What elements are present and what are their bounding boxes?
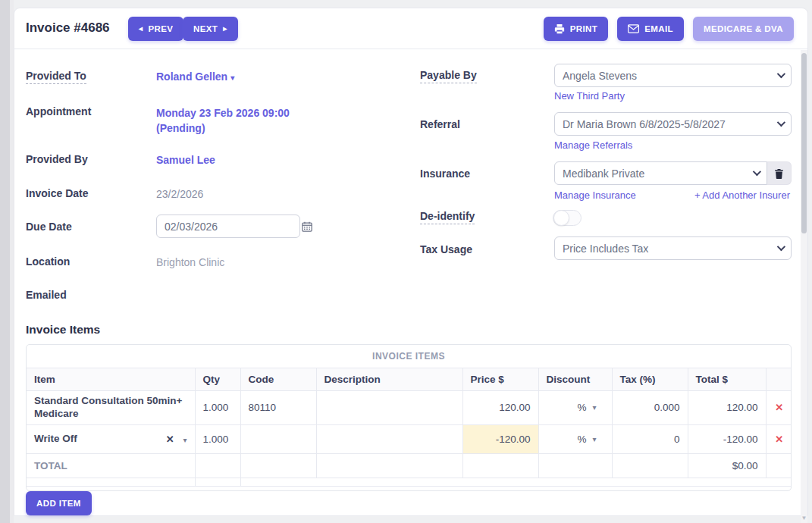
price-cell-editing[interactable]: -120.00	[462, 424, 538, 453]
next-invoice-button[interactable]: NEXT ▸	[183, 17, 238, 41]
referral-label: Referral	[420, 118, 460, 130]
col-actions	[766, 368, 792, 391]
prev-button-label: PREV	[148, 24, 173, 33]
insurance-select[interactable]: Medibank Private	[554, 161, 767, 185]
caret-down-icon: ▾	[592, 435, 596, 443]
scrollbar-thumb[interactable]	[801, 53, 807, 233]
col-discount: Discount	[538, 368, 612, 391]
invoice-card: Invoice #4686 ◂ PREV NEXT ▸ PRINT EMAIL	[14, 8, 808, 516]
total-cell: 120.00	[688, 391, 766, 425]
delete-row-button[interactable]: ✕	[766, 391, 792, 425]
insurance-group: Medibank Private	[554, 161, 792, 185]
appointment-label: Appointment	[26, 105, 91, 117]
invoice-items-panel: INVOICE ITEMS Item Qty Code Description …	[26, 344, 792, 491]
medicare-dva-button[interactable]: MEDICARE & DVA	[693, 17, 794, 41]
col-total: Total $	[688, 368, 766, 391]
tax-usage-label: Tax Usage	[420, 243, 472, 255]
due-date-input[interactable]	[165, 221, 302, 233]
table-stub-row	[27, 478, 792, 486]
caret-down-icon: ▾	[183, 436, 187, 444]
col-tax: Tax (%)	[612, 368, 688, 391]
remove-insurance-button[interactable]	[767, 161, 792, 185]
scrollbar-down-arrow-icon[interactable]: ▼	[801, 515, 807, 521]
manage-referrals-link[interactable]: Manage Referrals	[554, 139, 632, 151]
page-title: Invoice #4686	[26, 20, 110, 36]
tax-cell[interactable]: 0	[612, 424, 688, 453]
prev-arrow-icon: ◂	[139, 25, 143, 33]
next-arrow-icon: ▸	[223, 25, 227, 33]
de-identify-label: De-identify	[420, 210, 475, 222]
chevron-down-icon	[777, 70, 785, 78]
price-cell[interactable]: 120.00	[462, 391, 538, 425]
chevron-down-icon	[753, 168, 761, 176]
add-item-button[interactable]: ADD ITEM	[26, 491, 92, 515]
vertical-scrollbar[interactable]: ▼	[801, 50, 807, 523]
referral-select[interactable]: Dr Maria Brown 6/8/2025-5/8/2027	[554, 112, 792, 136]
discount-unit-select[interactable]: % ▾	[547, 434, 604, 445]
de-identify-toggle[interactable]	[553, 210, 582, 226]
invoice-items-section-title: Invoice Items	[26, 323, 100, 337]
add-another-insurer-link[interactable]: + Add Another Insurer	[694, 189, 790, 201]
delete-row-button[interactable]: ✕	[766, 424, 792, 453]
discount-unit-select[interactable]: % ▾	[547, 402, 604, 413]
location-label: Location	[26, 255, 70, 268]
chevron-down-icon	[777, 243, 785, 251]
invoice-items-panel-title: INVOICE ITEMS	[27, 345, 791, 368]
appointment-link[interactable]: Monday 23 Feb 2026 09:00 (Pending)	[156, 106, 290, 136]
calendar-icon[interactable]	[302, 221, 312, 232]
manage-insurance-link[interactable]: Manage Insurance	[554, 189, 636, 201]
due-date-field[interactable]	[156, 215, 300, 238]
printer-icon	[554, 23, 565, 34]
table-header-row: Item Qty Code Description Price $ Discou…	[27, 368, 792, 391]
print-button[interactable]: PRINT	[544, 17, 609, 41]
tax-usage-select[interactable]: Price Includes Tax	[554, 236, 792, 260]
total-row: TOTAL $0.00	[27, 453, 792, 478]
invoice-item-row: Write Off ✕ ▾ 1.000 -120.00 % ▾	[27, 424, 792, 453]
email-button-label: EMAIL	[644, 24, 673, 33]
code-cell[interactable]: 80110	[240, 391, 316, 425]
col-code: Code	[240, 368, 316, 391]
email-button[interactable]: EMAIL	[617, 17, 684, 41]
provided-to-label: Provided To	[26, 70, 86, 82]
payable-by-select[interactable]: Angela Stevens	[554, 64, 792, 87]
item-name-cell[interactable]: Standard Consultation 50min+ Medicare	[34, 395, 187, 421]
next-button-label: NEXT	[193, 24, 218, 33]
window-left-edge	[0, 0, 10, 523]
add-item-button-label: ADD ITEM	[36, 499, 81, 508]
medicare-dva-button-label: MEDICARE & DVA	[704, 24, 783, 33]
col-qty: Qty	[195, 368, 240, 391]
due-date-label: Due Date	[26, 221, 72, 233]
col-item: Item	[27, 368, 195, 391]
chevron-down-icon	[777, 118, 785, 127]
total-row-label: TOTAL	[27, 453, 195, 478]
tax-cell[interactable]: 0.000	[612, 391, 688, 425]
col-description: Description	[316, 368, 462, 391]
invoice-total-value: $0.00	[688, 453, 766, 478]
clear-item-icon[interactable]: ✕	[166, 434, 174, 445]
payable-by-label: Payable By	[420, 69, 477, 81]
code-cell[interactable]	[240, 424, 316, 453]
qty-cell[interactable]: 1.000	[195, 391, 240, 425]
total-cell: -120.00	[688, 424, 766, 453]
provided-by-label: Provided By	[26, 153, 88, 165]
invoice-item-row: Standard Consultation 50min+ Medicare 1.…	[27, 391, 792, 425]
print-button-label: PRINT	[570, 24, 598, 33]
provided-by-link[interactable]: Samuel Lee	[156, 154, 215, 166]
item-combobox[interactable]: Write Off ✕ ▾	[34, 433, 187, 446]
invoice-date-label: Invoice Date	[26, 187, 88, 199]
location-value: Brighton Clinic	[156, 256, 224, 268]
chevron-down-icon: ▾	[230, 74, 234, 82]
invoice-items-table: Item Qty Code Description Price $ Discou…	[27, 368, 792, 487]
description-cell[interactable]	[316, 391, 462, 425]
provided-to-patient-link[interactable]: Roland Gellen▾	[156, 70, 234, 83]
trash-icon	[774, 168, 784, 179]
new-third-party-link[interactable]: New Third Party	[554, 90, 625, 102]
prev-invoice-button[interactable]: ◂ PREV	[128, 17, 183, 41]
caret-down-icon: ▾	[592, 403, 596, 412]
invoice-date-value: 23/2/2026	[156, 188, 203, 200]
invoice-header: Invoice #4686 ◂ PREV NEXT ▸ PRINT EMAIL	[14, 8, 807, 49]
insurance-label: Insurance	[420, 168, 470, 180]
col-price: Price $	[462, 368, 538, 391]
description-cell[interactable]	[316, 424, 462, 453]
qty-cell[interactable]: 1.000	[195, 424, 240, 453]
